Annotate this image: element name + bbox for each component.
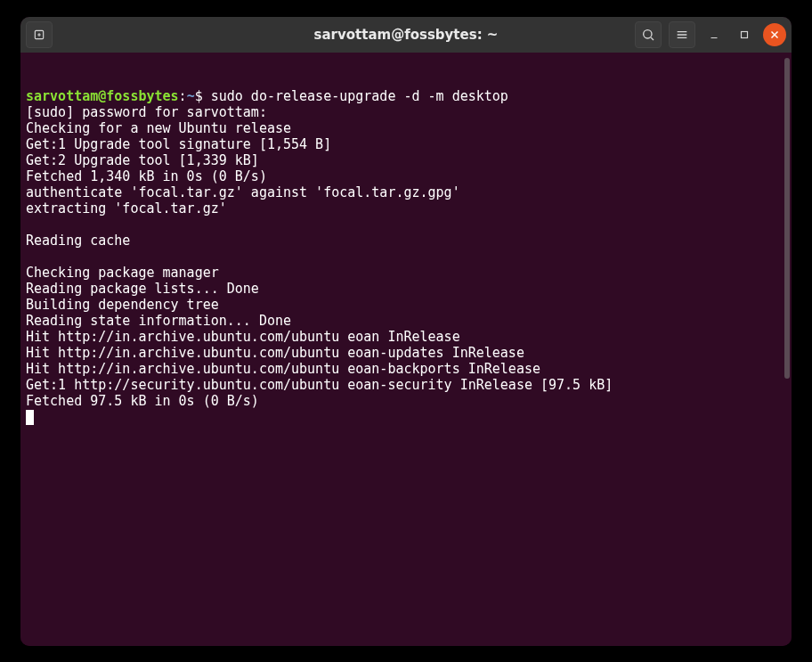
search-icon (641, 28, 655, 42)
svg-line-4 (651, 37, 654, 40)
prompt-symbol: $ (195, 88, 203, 104)
prompt-host: fossbytes (106, 88, 178, 104)
svg-rect-9 (742, 31, 748, 37)
terminal-body[interactable]: sarvottam@fossbytes:~$ sudo do-release-u… (20, 53, 792, 646)
new-tab-button[interactable] (26, 21, 53, 48)
maximize-button[interactable] (733, 23, 756, 46)
prompt-path: ~ (187, 88, 195, 104)
maximize-icon (738, 29, 751, 41)
command-text: sudo do-release-upgrade -d -m desktop (211, 88, 508, 104)
cursor (26, 410, 34, 425)
hamburger-icon (675, 28, 689, 42)
close-button[interactable] (763, 23, 786, 46)
prompt-colon: : (179, 88, 187, 104)
svg-point-3 (644, 29, 652, 37)
new-tab-icon (33, 29, 45, 41)
titlebar: sarvottam@fossbytes: ~ (20, 17, 792, 53)
terminal-output: [sudo] password for sarvottam: Checking … (26, 104, 786, 409)
search-button[interactable] (635, 21, 662, 48)
close-icon (768, 29, 781, 41)
minimize-icon (708, 29, 720, 41)
menu-button[interactable] (669, 21, 695, 48)
prompt-at: @ (98, 88, 106, 104)
minimize-button[interactable] (702, 23, 726, 46)
prompt-user: sarvottam (26, 88, 98, 104)
terminal-window: sarvottam@fossbytes: ~ (20, 17, 792, 646)
scrollbar[interactable] (784, 58, 790, 379)
